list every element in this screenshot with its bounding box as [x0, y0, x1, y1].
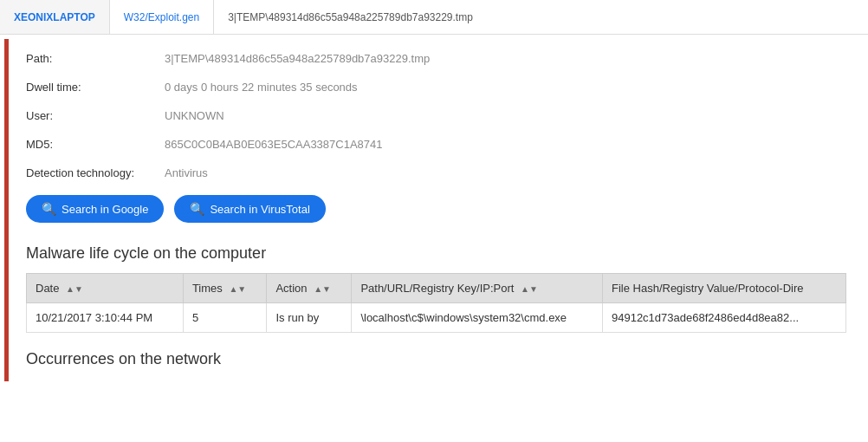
main-content-panel: Path: 3|TEMP\489314d86c55a948a225789db7a… — [4, 39, 864, 381]
col-date[interactable]: Date ▲▼ — [27, 274, 184, 303]
detection-value: Antivirus — [165, 166, 846, 179]
breadcrumb-computer[interactable]: XEONIXLAPTOP — [0, 0, 110, 34]
sort-action-icon: ▲▼ — [314, 284, 331, 294]
search-buttons-group: 🔍 Search in Google 🔍 Search in VirusTota… — [26, 195, 846, 223]
col-path-url[interactable]: Path/URL/Registry Key/IP:Port ▲▼ — [352, 274, 603, 303]
path-label: Path: — [26, 52, 165, 65]
dwell-row: Dwell time: 0 days 0 hours 22 minutes 35… — [26, 81, 846, 94]
user-label: User: — [26, 109, 165, 122]
search-google-label: Search in Google — [62, 203, 148, 216]
breadcrumb-malware-label: W32/Exploit.gen — [124, 11, 199, 23]
breadcrumb-computer-label: XEONIXLAPTOP — [14, 11, 95, 23]
search-google-icon: 🔍 — [42, 202, 56, 216]
col-times-label: Times — [192, 282, 223, 295]
breadcrumb-bar: XEONIXLAPTOP W32/Exploit.gen 3|TEMP\4893… — [0, 0, 868, 35]
dwell-value: 0 days 0 hours 22 minutes 35 seconds — [165, 81, 846, 94]
path-row: Path: 3|TEMP\489314d86c55a948a225789db7a… — [26, 52, 846, 65]
col-date-label: Date — [36, 282, 59, 295]
sort-times-icon: ▲▼ — [229, 284, 246, 294]
path-value: 3|TEMP\489314d86c55a948a225789db7a93229.… — [165, 52, 846, 65]
md5-row: MD5: 865C0C0B4AB0E063E5CAA3387C1A8741 — [26, 138, 846, 151]
md5-value: 865C0C0B4AB0E063E5CAA3387C1A8741 — [165, 138, 846, 151]
col-file-hash: File Hash/Registry Value/Protocol-Dire — [602, 274, 845, 303]
search-google-button[interactable]: 🔍 Search in Google — [26, 195, 164, 223]
search-virustotal-button[interactable]: 🔍 Search in VirusTotal — [174, 195, 325, 223]
sort-path-icon: ▲▼ — [521, 284, 538, 294]
lifecycle-heading: Malware life cycle on the computer — [26, 244, 846, 263]
cell-date: 10/21/2017 3:10:44 PM — [27, 303, 184, 333]
breadcrumb-malware[interactable]: W32/Exploit.gen — [110, 0, 214, 34]
search-virustotal-icon: 🔍 — [190, 202, 204, 216]
breadcrumb-path-label: 3|TEMP\489314d86c55a948a225789db7a93229.… — [228, 11, 473, 23]
col-path-url-label: Path/URL/Registry Key/IP:Port — [360, 282, 514, 295]
col-action-label: Action — [275, 282, 307, 295]
cell-path_url: \localhost\c$\windows\system32\cmd.exe — [352, 303, 603, 333]
user-row: User: UNKNOWN — [26, 109, 846, 122]
table-row: 10/21/2017 3:10:44 PM5Is run by\localhos… — [27, 303, 846, 333]
search-virustotal-label: Search in VirusTotal — [210, 203, 309, 216]
detection-row: Detection technology: Antivirus — [26, 166, 846, 179]
col-times[interactable]: Times ▲▼ — [183, 274, 267, 303]
cell-file_hash: 94912c1d73ade68f2486ed4d8ea82... — [602, 303, 845, 333]
dwell-label: Dwell time: — [26, 81, 165, 94]
user-value: UNKNOWN — [165, 109, 846, 122]
breadcrumb-path: 3|TEMP\489314d86c55a948a225789db7a93229.… — [214, 0, 868, 34]
lifecycle-table: Date ▲▼ Times ▲▼ Action ▲▼ Path/URL/Regi… — [26, 273, 846, 333]
sort-date-icon: ▲▼ — [66, 284, 83, 294]
table-header-row: Date ▲▼ Times ▲▼ Action ▲▼ Path/URL/Regi… — [27, 274, 846, 303]
occurrences-heading: Occurrences on the network — [26, 350, 846, 368]
cell-times: 5 — [183, 303, 267, 333]
col-action[interactable]: Action ▲▼ — [267, 274, 352, 303]
cell-action: Is run by — [267, 303, 352, 333]
md5-label: MD5: — [26, 138, 165, 151]
detection-label: Detection technology: — [26, 166, 165, 179]
col-file-hash-label: File Hash/Registry Value/Protocol-Dire — [612, 282, 804, 295]
